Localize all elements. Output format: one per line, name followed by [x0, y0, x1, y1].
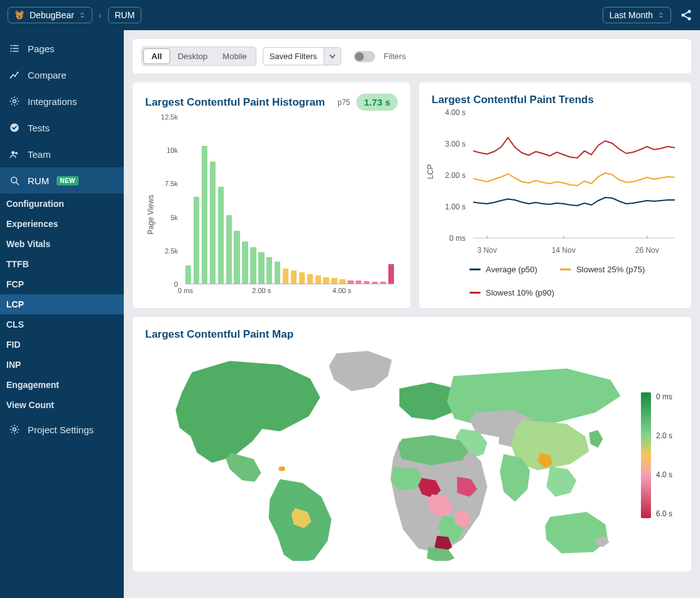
people-icon: [9, 148, 20, 160]
histogram-bar: [210, 162, 216, 284]
histogram-bar: [364, 281, 369, 284]
saved-filters-label: Saved Filters: [263, 48, 324, 64]
svg-point-10: [13, 74, 14, 75]
sidebar-item-label: Configuration: [6, 199, 64, 209]
sidebar-item-label: RUM: [28, 175, 49, 186]
bear-icon: [14, 10, 25, 20]
check-icon: [9, 122, 20, 133]
trends-plot: LCP 0 ms1.00 s2.00 s3.00 s4.00 s 3 Nov14…: [432, 113, 679, 257]
sidebar-item-inp[interactable]: INP: [0, 355, 124, 375]
histogram-ytick: 0: [174, 280, 178, 288]
svg-point-4: [20, 15, 21, 16]
sidebar-item-label: Team: [28, 149, 51, 160]
map-scale-label: 2.0 s: [656, 431, 672, 440]
histogram-ytick: 7.5k: [165, 180, 178, 187]
sidebar-item-label: INP: [6, 360, 21, 370]
breadcrumb-rum[interactable]: RUM: [108, 7, 142, 23]
histogram-ytick: 10k: [167, 147, 178, 154]
sidebar-item-label: Web Vitals: [6, 239, 50, 249]
histogram-bar: [372, 282, 378, 284]
saved-filters-dropdown[interactable]: Saved Filters: [263, 47, 341, 65]
sidebar-item-rum[interactable]: RUMNEW: [0, 167, 124, 194]
project-picker[interactable]: DebugBear: [8, 7, 92, 23]
histogram-ytick: 12.5k: [161, 113, 178, 121]
histogram-bar: [234, 231, 239, 284]
histogram-xtick: 0 ms: [178, 287, 193, 294]
trends-ytick: 3.00 s: [445, 140, 466, 148]
gear-icon: [9, 424, 20, 435]
legend-p75: Slowest 25% (p75): [560, 265, 645, 274]
chevron-down-icon[interactable]: [324, 48, 341, 65]
sidebar-item-fcp[interactable]: FCP: [0, 274, 124, 294]
device-segment: AllDesktopMobile: [141, 47, 256, 66]
svg-point-11: [14, 75, 16, 77]
sidebar-item-label: LCP: [6, 299, 24, 309]
sidebar-item-label: Tests: [28, 123, 50, 133]
histogram-bar: [283, 269, 288, 284]
sidebar-item-compare[interactable]: Compare: [0, 62, 124, 88]
sidebar-item-engagement[interactable]: Engagement: [0, 375, 124, 395]
histogram-ylabel: Page Views: [145, 117, 155, 299]
svg-point-13: [13, 100, 16, 103]
sidebar-item-pages[interactable]: Pages: [0, 35, 124, 62]
trend-line-p50: [473, 197, 675, 206]
sidebar-item-tests[interactable]: Tests: [0, 114, 124, 141]
trends-ytick: 2.00 s: [445, 171, 466, 180]
map-scale-label: 0 ms: [656, 392, 672, 401]
histogram-bar: [299, 272, 305, 284]
filters-label: Filters: [384, 52, 406, 61]
sidebar-item-project-settings[interactable]: Project Settings: [0, 416, 124, 443]
histogram-bar: [339, 279, 345, 284]
map-card: Largest Contentful Paint Map: [133, 317, 691, 572]
sidebar-item-ttfb[interactable]: TTFB: [0, 254, 124, 274]
world-map: [145, 347, 628, 563]
histogram-ytick: 2.5k: [165, 247, 178, 255]
segment-all[interactable]: All: [143, 48, 170, 64]
sidebar-item-cls[interactable]: CLS: [0, 314, 124, 335]
share-icon[interactable]: [680, 9, 692, 21]
histogram-bar: [185, 265, 191, 284]
trends-ytick: 1.00 s: [445, 202, 466, 211]
histogram-bar: [356, 280, 361, 284]
svg-point-12: [17, 72, 18, 73]
histogram-bar: [202, 146, 207, 284]
sidebar-item-view-count[interactable]: View Count: [0, 395, 124, 415]
histogram-bar: [250, 247, 256, 284]
period-picker[interactable]: Last Month: [603, 7, 671, 23]
sidebar-item-lcp[interactable]: LCP: [0, 294, 124, 314]
svg-point-15: [11, 151, 14, 154]
p75-label: p75: [337, 98, 350, 107]
sidebar-item-fid[interactable]: FID: [0, 335, 124, 355]
histogram-bar: [331, 278, 337, 284]
histogram-ytick: 5k: [170, 214, 178, 221]
map-scale-bar: [641, 392, 651, 518]
sidebar-item-experiences[interactable]: Experiences: [0, 214, 124, 234]
sidebar-item-web-vitals[interactable]: Web Vitals: [0, 234, 124, 254]
histogram-bar: [242, 241, 248, 284]
histogram-bar: [307, 274, 313, 284]
sidebar-item-label: TTFB: [6, 259, 29, 269]
svg-point-17: [11, 177, 17, 183]
map-scale-label: 6.0 s: [656, 509, 672, 518]
sidebar-item-configuration[interactable]: Configuration: [0, 194, 124, 214]
segment-mobile[interactable]: Mobile: [215, 48, 254, 64]
topbar: DebugBear › RUM Last Month: [0, 0, 700, 30]
project-settings-label: Project Settings: [28, 424, 94, 435]
sidebar-item-team[interactable]: Team: [0, 141, 124, 167]
histogram-xtick: 4.00 s: [332, 287, 351, 294]
sidebar-item-label: View Count: [6, 400, 54, 410]
sidebar-item-label: Pages: [28, 43, 55, 54]
sidebar-item-integrations[interactable]: Integrations: [0, 88, 124, 114]
svg-rect-23: [278, 467, 285, 471]
trends-xtick: 14 Nov: [552, 246, 576, 255]
segment-desktop[interactable]: Desktop: [170, 48, 216, 64]
sidebar-item-label: FID: [6, 340, 21, 350]
histogram-bar: [347, 280, 353, 284]
histogram-bar: [226, 215, 232, 284]
histogram-bar: [218, 187, 224, 284]
sidebar-item-label: Compare: [28, 70, 67, 80]
metric-value-badge: 1.73 s: [356, 94, 398, 111]
filters-toggle[interactable]: [354, 51, 375, 62]
map-scale-label: 4.0 s: [656, 470, 672, 479]
search-icon: [9, 175, 20, 186]
